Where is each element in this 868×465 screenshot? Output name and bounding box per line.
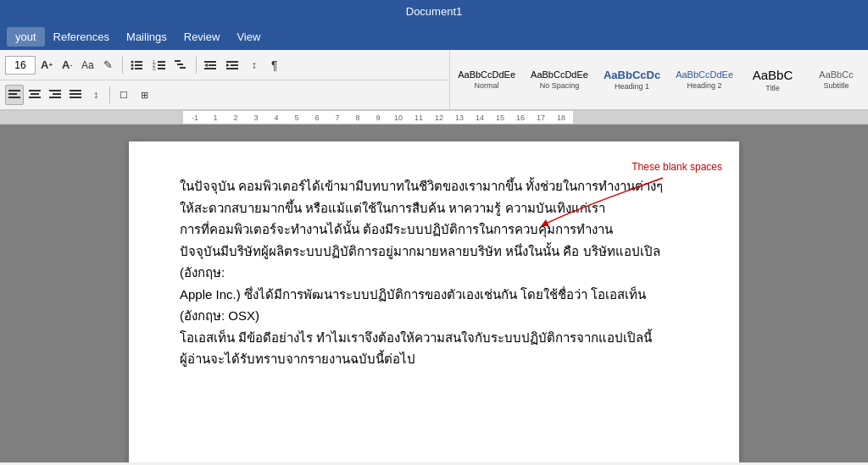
svg-rect-12 [175,60,181,62]
separator1 [122,57,123,74]
font-size-input[interactable] [5,56,36,75]
paragraph-5: โอเอสเท็น มีข้อดีอย่างไร ทำไมเราจึงต้องใ… [180,327,688,349]
separator2 [196,57,197,74]
annotation-area: These blank spaces [632,158,722,174]
toolbar-row2: ↕ ☐ ⊞ [0,80,449,109]
style-subtitle-label: Subtitle [823,81,849,90]
sort-btn[interactable]: ↕ [245,55,264,75]
svg-rect-5 [135,68,142,69]
svg-rect-18 [204,68,216,69]
style-heading1[interactable]: AaBbCcDc Heading 1 [596,65,668,95]
style-heading2[interactable]: AaBbCcDdEe Heading 2 [668,66,741,93]
decrease-indent-icon [204,59,218,71]
menu-item-layout[interactable]: yout [7,27,45,47]
toolbar-area: A+ A- Aa ✎ 1.2.3. ↕ ¶ [0,50,868,111]
menu-item-view[interactable]: View [228,27,269,47]
svg-rect-24 [8,93,17,95]
paint-format-btn[interactable]: ✎ [99,55,118,75]
svg-rect-13 [177,64,183,65]
svg-rect-22 [226,68,238,69]
svg-rect-27 [29,90,41,91]
svg-rect-1 [135,61,142,63]
increase-indent-icon [226,59,240,71]
style-no-spacing[interactable]: AaBbCcDdEe No Spacing [523,66,596,93]
annotation-text: These blank spaces [632,161,722,173]
line-spacing-btn[interactable]: ↕ [86,85,105,105]
toolbar-row1: A+ A- Aa ✎ 1.2.3. ↕ ¶ [0,50,449,80]
style-heading2-label: Heading 2 [687,81,722,90]
svg-rect-25 [8,97,20,98]
style-title-preview: AaBbC [753,68,793,83]
style-subtitle[interactable]: AaBbCc Subtitle [804,66,868,93]
svg-text:3.: 3. [153,66,156,71]
bullets-btn[interactable] [127,55,147,75]
document-page: These blank spaces ในปัจจุบัน คอมพิวเตอร… [129,141,739,462]
style-subtitle-preview: AaBbCc [819,69,853,80]
align-center-icon [29,90,41,100]
style-normal-label: Normal [475,81,499,90]
justify-btn[interactable] [66,85,85,105]
multilevel-btn[interactable] [171,55,192,75]
title-bar: Document1 [0,0,868,23]
style-title-label: Title [765,84,780,92]
svg-rect-28 [31,93,39,95]
multilevel-icon [175,59,188,71]
decrease-indent-btn[interactable] [201,55,221,75]
style-normal[interactable]: AaBbCcDdEe Normal [450,66,523,93]
svg-marker-16 [204,64,208,67]
ruler: -1 1 2 3 4 5 6 7 8 9 10 11 12 13 14 15 1… [0,111,868,125]
toolbar-left: A+ A- Aa ✎ 1.2.3. ↕ ¶ [0,50,449,109]
increase-indent-btn[interactable] [223,55,243,75]
style-title[interactable]: AaBbC Title [741,64,804,96]
style-gallery: AaBbCcDdEe Normal AaBbCcDdEe No Spacing … [449,50,868,109]
svg-point-4 [131,67,133,69]
borders-btn[interactable]: ⊞ [135,85,153,105]
align-left-icon [8,90,20,100]
svg-rect-21 [231,64,238,66]
align-center-btn[interactable] [25,85,44,105]
style-normal-preview: AaBbCcDdEe [458,69,515,80]
numbering-icon: 1.2.3. [153,59,166,71]
document-title: Document1 [406,5,462,18]
svg-rect-23 [8,90,20,91]
svg-point-0 [131,60,133,63]
shading-btn[interactable]: ☐ [114,85,133,105]
menu-item-review[interactable]: Review [175,27,229,47]
paragraph-3: ปัจจุบันมีบริษัทผู้ผลิตระบบปฏิบัติการอยู… [180,241,688,284]
document-area[interactable]: These blank spaces ในปัจจุบัน คอมพิวเตอร… [0,125,868,462]
menu-bar: yout References Mailings Review View [0,23,868,50]
svg-rect-32 [53,93,61,95]
align-right-icon [49,90,61,100]
separator3 [109,86,110,103]
svg-rect-33 [49,97,61,98]
menu-item-references[interactable]: References [45,27,118,47]
paragraph-4: Apple Inc.) ซึ่งได้มีการพัฒนาระบบปฏิบัติ… [180,284,688,327]
style-heading1-label: Heading 1 [615,82,649,91]
svg-rect-35 [70,90,81,91]
menu-item-mailings[interactable]: Mailings [118,27,175,47]
style-heading2-preview: AaBbCcDdEe [676,69,733,80]
font-size-down-btn[interactable]: A- [58,55,76,75]
svg-rect-17 [209,64,216,66]
svg-rect-11 [158,68,165,69]
bullets-icon [131,59,144,71]
svg-rect-36 [70,93,81,95]
svg-rect-19 [226,61,238,63]
numbering-btn[interactable]: 1.2.3. [149,55,170,75]
show-hide-btn[interactable]: ¶ [265,55,284,75]
svg-rect-29 [29,97,41,98]
align-left-btn[interactable] [5,85,24,105]
change-case-btn[interactable]: Aa [78,55,97,75]
justify-icon [70,90,81,100]
svg-rect-37 [70,97,81,98]
paragraph-6: ผู้อ่านจะได้รับทราบจากรายงานฉบับนี้ต่อไป [180,348,688,370]
svg-rect-3 [135,64,142,66]
svg-rect-31 [49,90,61,91]
svg-rect-15 [204,61,216,63]
svg-rect-7 [158,61,165,63]
font-size-up-btn[interactable]: A+ [37,55,56,75]
svg-rect-9 [158,64,165,66]
svg-rect-14 [180,67,186,69]
style-no-spacing-label: No Spacing [540,81,580,90]
align-right-btn[interactable] [46,85,64,105]
